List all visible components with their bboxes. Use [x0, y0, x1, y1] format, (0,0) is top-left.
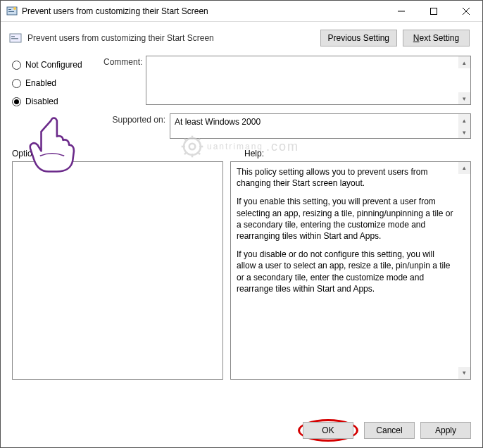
comment-textarea[interactable]: ▴ ▾: [146, 56, 471, 105]
next-setting-button[interactable]: Next Setting: [403, 30, 470, 46]
help-panel: This policy setting allows you to preven…: [230, 161, 471, 380]
ok-highlight-annotation: OK: [298, 419, 358, 442]
state-radio-group: Not Configured Enabled Disabled: [12, 56, 104, 139]
minimize-button[interactable]: [385, 1, 418, 21]
supported-on-label: Supported on:: [104, 113, 170, 125]
scroll-up-icon[interactable]: ▴: [458, 56, 470, 68]
supported-on-textarea: At least Windows 2000 ▴ ▾: [170, 113, 471, 139]
options-label: Options:: [12, 149, 230, 158]
footer-buttons: OK Cancel Apply: [298, 419, 471, 442]
radio-icon: [12, 97, 21, 106]
help-paragraph: If you disable or do not configure this …: [237, 249, 455, 294]
radio-icon: [12, 61, 21, 70]
policy-icon: [6, 6, 18, 17]
nav-buttons: Previous Setting Next Setting: [320, 30, 470, 46]
policy-name: Prevent users from customizing their Sta…: [27, 33, 320, 43]
window-title: Prevent users from customizing their Sta…: [22, 6, 385, 16]
svg-rect-2: [8, 11, 14, 12]
svg-point-3: [13, 7, 16, 10]
radio-label: Disabled: [25, 97, 58, 106]
svg-rect-5: [431, 8, 437, 14]
previous-setting-button[interactable]: Previous Setting: [320, 30, 397, 46]
options-panel: [12, 161, 223, 380]
radio-label: Not Configured: [25, 60, 82, 70]
window-controls: [385, 1, 482, 21]
scroll-down-icon[interactable]: ▾: [458, 92, 470, 104]
svg-rect-9: [11, 36, 15, 37]
radio-label: Enabled: [25, 78, 56, 88]
radio-icon: [12, 79, 21, 88]
cancel-button[interactable]: Cancel: [364, 422, 415, 439]
header-row: Prevent users from customizing their Sta…: [1, 22, 482, 50]
radio-disabled[interactable]: Disabled: [12, 97, 104, 106]
radio-not-configured[interactable]: Not Configured: [12, 60, 104, 70]
policy-editor-window: Prevent users from customizing their Sta…: [0, 0, 483, 448]
main-area: Not Configured Enabled Disabled Comment:…: [1, 50, 482, 139]
scroll-up-icon[interactable]: ▴: [458, 162, 470, 174]
scroll-down-icon[interactable]: ▾: [458, 126, 470, 138]
comment-field-row: Comment: ▴ ▾: [104, 56, 471, 105]
apply-button[interactable]: Apply: [420, 422, 471, 439]
titlebar: Prevent users from customizing their Sta…: [1, 1, 482, 22]
maximize-button[interactable]: [418, 1, 450, 21]
comment-label: Comment:: [104, 56, 146, 67]
close-button[interactable]: [450, 1, 482, 21]
svg-rect-1: [8, 9, 11, 10]
fields-column: Comment: ▴ ▾ Supported on: At least Wind…: [104, 56, 471, 139]
supported-field-row: Supported on: At least Windows 2000 ▴ ▾: [104, 113, 471, 139]
help-paragraph: If you enable this setting, you will pre…: [237, 196, 455, 242]
radio-enabled[interactable]: Enabled: [12, 78, 104, 88]
section-labels: Options: Help:: [1, 139, 482, 161]
ok-button[interactable]: OK: [303, 422, 353, 439]
help-label: Help:: [230, 149, 471, 158]
help-paragraph: This policy setting allows you to preven…: [237, 166, 455, 189]
scroll-down-icon[interactable]: ▾: [458, 367, 470, 379]
bottom-panels: This policy setting allows you to preven…: [1, 161, 482, 380]
policy-item-icon: [9, 32, 22, 44]
svg-rect-10: [11, 38, 18, 39]
scroll-up-icon[interactable]: ▴: [458, 114, 470, 126]
